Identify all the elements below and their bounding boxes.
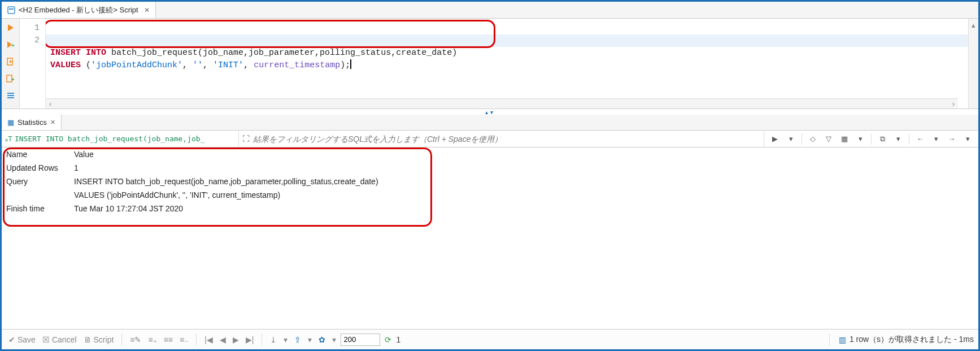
text-cursor — [350, 59, 351, 69]
export-icon[interactable]: ⤓ — [268, 335, 279, 344]
edit-del-icon[interactable]: ≡₋ — [177, 335, 190, 344]
cancel-icon: ☒ — [42, 335, 50, 344]
nav-next-icon[interactable]: ▶ — [230, 335, 241, 344]
explain-plan-icon[interactable] — [5, 90, 16, 101]
sql-function: current_timestamp — [254, 60, 340, 70]
statistics-table: Name Value Updated Rows 1 Query INSERT I… — [2, 148, 383, 215]
scroll-right-icon[interactable]: › — [952, 99, 955, 108]
line-number: 2 — [20, 34, 45, 47]
line-number: 1 — [20, 22, 45, 34]
execute-script-icon[interactable] — [5, 56, 16, 67]
sql-keyword: VALUES — [50, 60, 81, 70]
stat-name: Finish time — [2, 202, 69, 215]
script-icon: 🗎 — [84, 335, 92, 344]
filter-funnel-icon[interactable]: ▽ — [822, 133, 835, 145]
editor-tab-title: <H2 Embedded - 新しい接続> Script — [19, 5, 138, 15]
fetch-size-input[interactable] — [341, 333, 380, 346]
editor-tab[interactable]: <H2 Embedded - 新しい接続> Script ✕ — [2, 2, 156, 18]
vertical-scrollbar[interactable]: ▴ — [968, 19, 978, 109]
stat-value: VALUES ('jobPointAddChunk', '', 'INIT', … — [69, 188, 383, 202]
close-icon[interactable]: ✕ — [50, 119, 55, 126]
svg-rect-1 — [9, 8, 14, 10]
edit-icon-1[interactable]: ≡✎ — [128, 335, 143, 344]
panel-dropdown-icon[interactable]: ▾ — [854, 133, 866, 145]
sql-text: batch_job_request(job_name,job_parameter… — [106, 48, 457, 58]
results-toolbar: ▶ ▾ ◇ ▽ ▦ ▾ ⧉ ▾ ← ▾ → ▾ — [764, 131, 978, 147]
svg-rect-0 — [8, 7, 15, 14]
sql-editor-area: + + 1 2 INSERT INTO batch_job_request(jo… — [2, 19, 978, 109]
refresh-icon[interactable]: ⟳ — [382, 335, 394, 344]
sql-keyword: INTO — [86, 48, 106, 58]
sql-keyword: INSERT — [50, 48, 81, 58]
panels-icon[interactable]: ▦ — [838, 133, 851, 145]
svg-text:+: + — [11, 42, 15, 49]
refresh-count: 1 — [396, 335, 400, 344]
svg-marker-2 — [8, 24, 14, 31]
table-header-row: Name Value — [2, 148, 383, 161]
nav-last-icon[interactable]: ▶| — [243, 335, 256, 344]
stat-value: 1 — [69, 161, 383, 175]
stat-value: INSERT INTO batch_job_request(job_name,j… — [69, 175, 383, 188]
nav-forward-icon[interactable]: → — [946, 133, 958, 145]
col-name-header: Name — [2, 148, 69, 161]
sql-string: '' — [193, 60, 203, 70]
play-icon[interactable]: ▶ — [769, 133, 781, 145]
close-icon[interactable]: ✕ — [142, 6, 150, 14]
record-dropdown-icon[interactable]: ▾ — [892, 133, 904, 145]
nav-first-icon[interactable]: |◀ — [202, 335, 215, 344]
stat-name: Query — [2, 175, 69, 188]
export-dropdown-icon[interactable]: ▾ — [281, 335, 290, 344]
filter-input[interactable] — [253, 135, 760, 144]
query-summary[interactable]: ₒT INSERT INTO batch_job_request(job_nam… — [2, 131, 239, 147]
status-message: 1 row（s）が取得されました - 1ms — [850, 335, 974, 345]
gear-icon[interactable]: ✿ — [316, 335, 328, 344]
tab-statistics[interactable]: ▦ Statistics ✕ — [2, 115, 62, 130]
svg-text:+: + — [11, 76, 15, 83]
nav-prev-icon[interactable]: ◀ — [217, 335, 228, 344]
stat-name — [2, 188, 69, 202]
table-row: Updated Rows 1 — [2, 161, 383, 175]
eraser-icon[interactable]: ◇ — [807, 133, 819, 145]
edit-icon-2[interactable]: ≡₊ — [146, 335, 159, 344]
sql-string: 'INIT' — [213, 60, 243, 70]
expand-icon[interactable]: ⛶ — [242, 135, 250, 143]
save-icon: ✔ — [8, 335, 15, 344]
edit-dup-icon[interactable]: ≡≡ — [162, 335, 175, 344]
execute-new-icon[interactable]: + — [5, 39, 16, 50]
status-bar: ✔ Save ☒ Cancel 🗎 Script ≡✎ ≡₊ ≡≡ ≡₋ |◀ … — [2, 329, 978, 349]
stat-value: Tue Mar 10 17:27:04 JST 2020 — [69, 202, 383, 215]
scroll-left-icon[interactable]: ‹ — [49, 99, 51, 108]
stats-tab-title: Statistics — [18, 118, 47, 127]
scroll-up-icon[interactable]: ▴ — [972, 21, 975, 29]
script-button[interactable]: 🗎 Script — [81, 335, 116, 344]
svg-marker-6 — [10, 60, 12, 63]
svg-rect-10 — [7, 95, 14, 96]
gear-dropdown-icon[interactable]: ▾ — [330, 335, 338, 344]
import-icon[interactable]: ⇪ — [292, 335, 303, 344]
svg-rect-11 — [7, 97, 14, 98]
sql-text-icon: ₒT — [5, 135, 12, 143]
statistics-panel: Name Value Updated Rows 1 Query INSERT I… — [2, 148, 978, 329]
editor-left-toolbar: + + — [2, 19, 20, 109]
cancel-button[interactable]: ☒ Cancel — [40, 335, 79, 344]
execute-script-new-icon[interactable]: + — [5, 73, 16, 84]
line-number-gutter: 1 2 — [20, 19, 46, 109]
record-mode-icon[interactable]: ⧉ — [876, 133, 888, 145]
import-dropdown-icon[interactable]: ▾ — [306, 335, 314, 344]
save-button[interactable]: ✔ Save — [6, 335, 38, 344]
table-row: Finish time Tue Mar 10 17:27:04 JST 2020 — [2, 202, 383, 215]
rows-icon: ▥ — [839, 335, 846, 344]
execute-icon[interactable] — [5, 22, 16, 33]
horizontal-scrollbar[interactable]: ‹ › — [46, 98, 958, 109]
nav-back-icon[interactable]: ← — [914, 133, 926, 145]
results-filter-bar: ₒT INSERT INTO batch_job_request(job_nam… — [2, 131, 978, 148]
sql-string: 'jobPointAddChunk' — [91, 60, 182, 70]
dropdown-icon[interactable]: ▾ — [785, 133, 797, 145]
query-snippet: INSERT INTO batch_job_request(job_name,j… — [15, 135, 205, 143]
nav-back-dropdown-icon[interactable]: ▾ — [930, 133, 942, 145]
code-area[interactable]: INSERT INTO batch_job_request(job_name,j… — [46, 19, 968, 109]
svg-rect-9 — [7, 93, 14, 94]
results-tab-bar: ▦ Statistics ✕ — [2, 115, 978, 131]
pane-divider[interactable]: ▴▾ — [2, 109, 978, 115]
nav-forward-dropdown-icon[interactable]: ▾ — [961, 133, 974, 145]
